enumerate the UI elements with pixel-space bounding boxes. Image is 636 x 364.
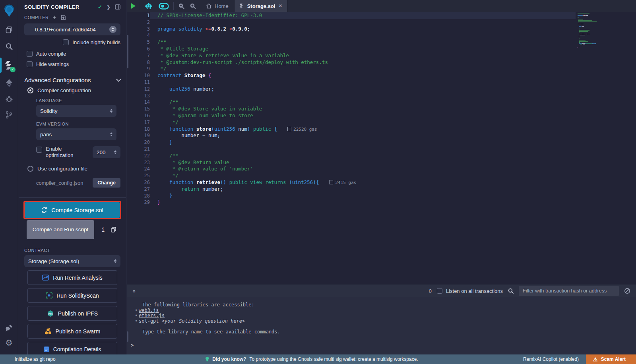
open-file-icon[interactable] — [60, 15, 66, 20]
solidity-compiler-icon[interactable]: ✓ — [0, 56, 18, 74]
optimization-runs-value: 200 — [97, 149, 106, 155]
compiler-version-select[interactable]: 0.8.19+commit.7dd6d404 — [24, 23, 120, 35]
did-you-know-tip: Did you know? To prototype using the Gno… — [205, 356, 418, 362]
listen-transactions-checkbox[interactable] — [437, 288, 442, 294]
terminal-scrollbar[interactable] — [127, 331, 128, 342]
compiler-configuration-radio[interactable] — [27, 87, 33, 93]
scam-alert-button[interactable]: ⚠ Scam Alert — [586, 354, 636, 364]
contract-select[interactable]: Storage (Storage.sol) — [24, 255, 120, 267]
code-line — [150, 93, 576, 99]
code-line: } — [150, 193, 576, 199]
terminal-line: •sol-gpt <your Solidity question here> — [135, 319, 636, 324]
config-file-name[interactable]: compiler_config.json — [36, 180, 83, 186]
code-line: */ — [150, 119, 576, 126]
warning-icon: ⚠ — [593, 356, 598, 362]
optimization-runs-input[interactable]: 200 — [93, 146, 120, 158]
compilation-details-button[interactable]: Compilation Details — [27, 342, 117, 354]
search-icon[interactable] — [0, 39, 18, 54]
enable-optimization-checkbox[interactable] — [36, 147, 42, 153]
compilation-details-label: Compilation Details — [53, 346, 101, 352]
code-line: pragma solidity >=0.8.2 <0.9.0; — [150, 26, 576, 33]
run-solidityscan-button[interactable]: Run SolidityScan — [27, 288, 117, 303]
include-nightly-checkbox[interactable] — [63, 39, 69, 45]
block-circle-icon[interactable] — [624, 288, 630, 294]
deploy-run-icon[interactable] — [0, 76, 18, 91]
git-icon[interactable] — [0, 107, 18, 122]
auto-compile-checkbox[interactable] — [27, 51, 33, 57]
gas-estimate: 22520 gas — [287, 127, 317, 132]
library-link[interactable]: ethers.js — [139, 313, 165, 318]
analysis-chart-icon — [42, 275, 49, 281]
editor-minimap[interactable] — [576, 13, 636, 285]
plugin-manager-icon[interactable] — [0, 320, 18, 335]
zoom-out-button[interactable] — [174, 0, 189, 12]
tab-close-icon[interactable]: ✕ — [278, 3, 282, 9]
publish-on-ipfs-button[interactable]: IPFS Publish on IPFS — [27, 306, 117, 321]
compile-button-highlight: Compile Storage.sol — [23, 201, 121, 219]
use-configuration-file-label: Use configuration file — [37, 166, 87, 172]
terminal-line: The following libraries are accessible: — [135, 302, 636, 308]
terminal-line: •web3.js — [135, 308, 636, 314]
use-configuration-file-radio[interactable] — [27, 166, 33, 172]
tab-home[interactable]: Home — [200, 0, 234, 12]
run-script-button[interactable] — [127, 0, 140, 12]
publish-on-swarm-button[interactable]: Publish on Swarm — [27, 324, 117, 339]
run-remix-analysis-button[interactable]: Run Remix Analysis — [27, 270, 117, 285]
code-line: function retrieve() public view returns … — [150, 179, 576, 186]
compiled-check-icon: ✓ — [98, 4, 102, 10]
language-select[interactable]: Solidity — [36, 105, 116, 117]
library-link[interactable]: web3.js — [139, 308, 159, 313]
compile-button[interactable]: Compile Storage.sol — [25, 202, 120, 218]
select-arrows-icon — [110, 132, 112, 136]
remix-logo-icon[interactable] — [0, 2, 18, 19]
home-icon — [206, 3, 212, 9]
git-init-status[interactable]: Initialize as git repo — [15, 356, 56, 362]
remix-ai-button[interactable] — [140, 0, 157, 12]
code-line: contract Storage { — [150, 72, 576, 79]
ai-toggle-icon — [159, 3, 169, 10]
refresh-icon — [41, 207, 47, 213]
info-icon[interactable]: i — [101, 227, 105, 233]
include-nightly-label: Include nightly builds — [72, 39, 120, 45]
advanced-configurations-header[interactable]: Advanced Configurations — [24, 77, 120, 83]
details-doc-icon — [44, 346, 49, 352]
terminal-line: •ethers.js — [135, 313, 636, 319]
code-editor[interactable]: 1234567891011121314151617181920212223242… — [127, 12, 636, 285]
split-panel-icon[interactable] — [115, 4, 120, 10]
code-line — [150, 19, 576, 26]
terminal-line: Type the library name to see available c… — [135, 329, 636, 335]
compiler-version-value: 0.8.19+commit.7dd6d404 — [35, 27, 96, 33]
settings-gear-icon[interactable]: ⚙ — [0, 335, 18, 350]
terminal-output[interactable]: The following libraries are accessible:•… — [127, 297, 636, 354]
publish-on-swarm-label: Publish on Swarm — [56, 328, 101, 335]
code-line: } — [150, 199, 576, 206]
run-solidityscan-label: Run SolidityScan — [56, 292, 99, 299]
add-compiler-icon[interactable]: + — [52, 14, 56, 21]
debugger-icon[interactable] — [0, 91, 18, 106]
panel-separator — [19, 197, 126, 197]
icon-sidebar: ✓ ⚙ — [0, 0, 18, 354]
code-line: * @return value of 'number' — [150, 166, 576, 172]
hide-warnings-checkbox[interactable] — [27, 61, 33, 67]
change-config-button[interactable]: Change — [93, 178, 120, 188]
chevron-right-icon[interactable]: ❯ — [107, 4, 111, 10]
panel-scrollbar[interactable] — [127, 35, 128, 68]
tab-storage-sol-label: Storage.sol — [247, 3, 275, 9]
zoom-in-button[interactable] — [189, 0, 200, 12]
terminal-collapse-icon[interactable]: « — [130, 289, 137, 292]
lightbulb-icon — [205, 356, 209, 362]
evm-version-select[interactable]: paris — [36, 128, 116, 140]
code-line — [150, 146, 576, 153]
copy-icon[interactable] — [111, 227, 116, 232]
tab-storage-sol[interactable]: Storage.sol ✕ — [234, 0, 288, 12]
editor-toolbar: Home Storage.sol ✕ — [127, 0, 636, 12]
transaction-filter-input[interactable] — [519, 286, 619, 296]
code-line: * @title Storage — [150, 46, 576, 52]
code-line: return number; — [150, 186, 576, 193]
language-label: LANGUAGE — [36, 98, 120, 103]
zoom-out-icon — [178, 3, 184, 9]
ai-copilot-toggle[interactable] — [157, 0, 173, 12]
compile-tooltip-text: Compile and Run script — [33, 226, 88, 233]
file-explorer-icon[interactable] — [0, 22, 18, 37]
play-icon — [131, 3, 136, 9]
